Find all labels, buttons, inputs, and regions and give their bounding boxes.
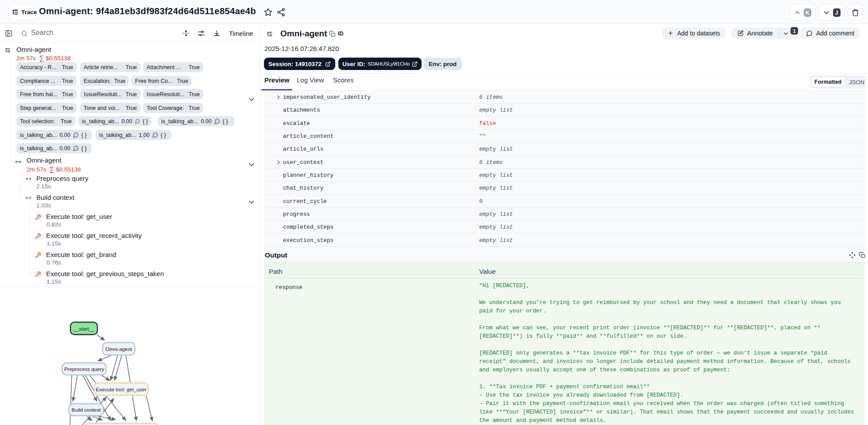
svg-text:__start__: __start__ [73, 326, 95, 331]
svg-text:Preprocess query: Preprocess query [64, 367, 104, 372]
svg-text:Build context: Build context [72, 407, 101, 413]
svg-text:Execute tool: get_user: Execute tool: get_user [96, 387, 147, 392]
svg-text:Omni-agent: Omni-agent [105, 347, 132, 352]
